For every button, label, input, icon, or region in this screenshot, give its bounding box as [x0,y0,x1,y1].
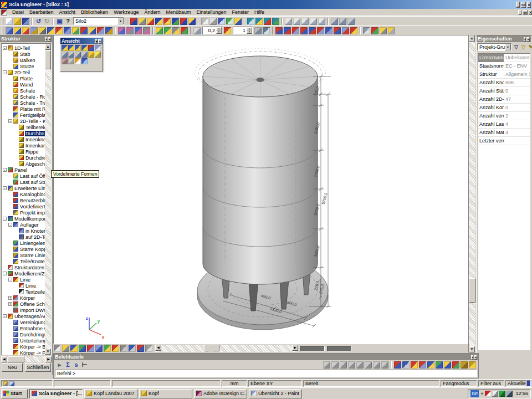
toolbar-icon[interactable] [14,27,21,34]
tree-item[interactable]: - Übertragen/Aufteilen [3,313,45,319]
tree-item[interactable]: + Körper [3,295,45,301]
tree-item[interactable]: - 2D-Teile - Kompo [3,118,45,124]
tree-item[interactable]: Durchbruch [3,130,45,136]
view-tool-icon[interactable] [81,58,88,64]
toolbar-icon[interactable] [371,27,378,34]
toolbar-icon[interactable] [380,27,387,34]
tree-item[interactable]: Last auf Stäbe [3,179,45,185]
toolbar-icon[interactable] [155,18,162,25]
tree-item[interactable]: - 1D-Teil [3,45,45,51]
toolbar-icon[interactable] [275,27,283,34]
view-tool-icon[interactable] [95,52,101,58]
status-icon[interactable] [3,381,8,386]
toolbar-icon[interactable] [218,18,225,25]
status-current-layer[interactable]: Aktuelles B [505,380,526,387]
view-tool-icon[interactable] [62,45,68,51]
tree-item[interactable]: Linie [3,283,45,289]
toolbar-icon[interactable] [310,18,317,25]
scroll-right-icon[interactable]: ▶ [292,345,298,351]
view-tool-icon[interactable] [75,52,81,58]
view-tool-icon[interactable] [75,58,81,64]
tree-item[interactable]: Katalogblöcke [3,191,45,197]
toolbar-icon[interactable] [325,27,332,34]
command-tool-icon[interactable]: Σ [64,361,71,369]
menu-item[interactable]: Werkzeuge [111,9,141,16]
menu-item[interactable]: Ändern [141,9,163,16]
tree-expander[interactable]: - [8,278,12,282]
toolbar-icon[interactable] [342,27,349,34]
tree-item[interactable]: Balken [3,57,45,63]
tree-item[interactable]: Import DWG, DXF [3,307,45,313]
window-control-button[interactable]: ▭ [521,2,526,8]
snap-tool-icon[interactable] [348,361,355,369]
snap-tool-icon[interactable] [427,361,434,369]
view-tool-icon[interactable] [88,52,94,58]
tray-icon[interactable] [499,391,505,397]
mdi-control-button[interactable]: ▭ [523,10,528,15]
tree-item[interactable]: Vereinigung von [3,319,45,325]
status-snap-mode[interactable]: Fangmodus [441,380,477,387]
snap-tool-icon[interactable] [469,361,476,369]
view-option-icon[interactable] [104,345,111,352]
property-row[interactable]: Anzahl Materi.. 4 [478,129,530,137]
tree-expander[interactable]: + [8,296,12,300]
toolbar-icon[interactable] [201,18,208,25]
tree-item[interactable]: Körper -> Balken [3,344,45,350]
toolbar-icon[interactable] [285,18,292,25]
filter-icon[interactable]: ▽ [513,44,519,50]
toolbar-icon[interactable] [64,27,71,34]
toolbar-icon[interactable] [331,18,338,25]
property-row[interactable]: Anzahl Knoten: 606 [478,79,530,87]
toolbar-icon[interactable] [163,18,171,25]
view-toolbar-button[interactable]: × [98,39,101,44]
document-menu-icon[interactable] [1,9,7,16]
snap-tool-icon[interactable] [394,361,401,369]
mdi-control-button[interactable]: _ [518,10,521,15]
snap-tool-icon[interactable] [411,361,418,369]
property-row[interactable]: Letzter verwen... [478,137,530,145]
window-control-button[interactable]: _ [516,2,519,8]
toolbar-icon[interactable] [272,18,279,25]
property-row[interactable]: Anzahl 2D-Tei.. 47 [478,95,530,104]
tree-item[interactable]: Schale - Translat [3,100,45,106]
menu-item[interactable]: Hilfe [252,9,267,16]
toolbar-icon[interactable] [172,18,179,25]
toolbar-icon[interactable] [180,18,187,25]
toolbar-icon[interactable] [72,27,79,34]
view-tool-icon[interactable] [68,45,74,51]
tree-item[interactable]: - Modellkomponenten [3,216,45,222]
tray-icon[interactable] [507,391,513,397]
snap-step-spinner[interactable]: 0,2 ▲▼ [202,27,222,34]
viewport-vertical-scrollbar[interactable]: ▲ ▼ [468,35,475,352]
toolbar-icon[interactable] [209,18,217,25]
toolbar-icon[interactable] [339,18,346,25]
tree-item[interactable]: - Auflager [3,222,45,228]
task-button[interactable]: Übersicht 2 - Paint [249,389,302,398]
tree-item[interactable]: - Linie [3,277,45,283]
toolbar-icon[interactable] [263,27,270,34]
panel-header-button[interactable]: ▪ [45,37,47,42]
snap-tool-icon[interactable] [436,361,443,369]
tree-expander[interactable]: - [8,223,12,227]
panel-header-button[interactable]: × [526,37,530,42]
tree-item[interactable]: Wand [3,81,45,88]
spinner-down-icon[interactable]: ▼ [247,30,252,34]
view-tool-icon[interactable] [62,52,68,58]
snap-tool-icon[interactable] [373,361,380,369]
toolbar-icon[interactable] [193,27,201,34]
task-button[interactable]: Scia Engineer - [... [29,389,83,398]
tree-item[interactable]: Liniengelenk auf [3,240,45,246]
toolbar-icon[interactable] [30,27,38,34]
new-button[interactable]: Neu [2,363,23,372]
property-row[interactable]: Staatsnorm EC - ENV [478,62,530,70]
snap-tool-icon[interactable] [356,361,364,369]
toolbar-icon[interactable] [97,27,104,34]
toolbar-icon[interactable] [188,18,196,25]
toolbar-icon[interactable] [14,18,21,25]
snap-tool-icon[interactable] [331,361,339,369]
toolbar-icon[interactable] [300,27,308,34]
toolbar-icon[interactable]: ↻ [43,18,50,25]
status-filter[interactable]: Filter aus [478,380,504,387]
toolbar-icon[interactable] [130,18,137,25]
tree-item[interactable]: Starre Kopplunge [3,246,45,252]
